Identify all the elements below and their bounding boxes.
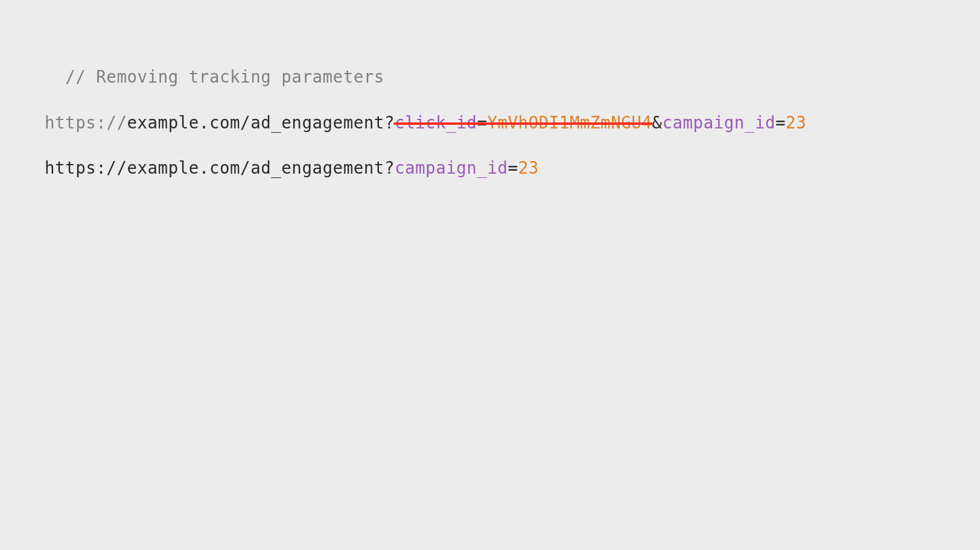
equals-sign: = bbox=[775, 113, 786, 132]
url-line-after: https://example.com/ad_engagement?campai… bbox=[45, 157, 980, 179]
kept-param-name: campaign_id bbox=[395, 158, 508, 177]
comment-line: // Removing tracking parameters bbox=[45, 45, 980, 88]
url-scheme: https:// bbox=[45, 158, 127, 177]
kept-param-value: 23 bbox=[786, 113, 806, 132]
equals-sign: = bbox=[477, 113, 487, 132]
url-host: example.com bbox=[127, 158, 240, 177]
url-scheme: https:// bbox=[45, 113, 127, 132]
url-path: /ad_engagement bbox=[240, 158, 384, 177]
removed-param-name: click_id bbox=[395, 113, 477, 132]
ampersand: & bbox=[652, 113, 662, 132]
url-path: /ad_engagement bbox=[240, 113, 384, 132]
url-host: example.com bbox=[127, 113, 240, 132]
kept-param-name: campaign_id bbox=[662, 113, 775, 132]
equals-sign: = bbox=[508, 158, 518, 177]
removed-param: click_id=YmVhODI1MmZmNGU4 bbox=[395, 112, 652, 134]
query-start: ? bbox=[384, 113, 395, 132]
comment-text: // Removing tracking parameters bbox=[65, 67, 384, 86]
removed-param-value: YmVhODI1MmZmNGU4 bbox=[487, 113, 652, 132]
url-line-before: https://example.com/ad_engagement?click_… bbox=[45, 112, 980, 134]
query-start: ? bbox=[384, 158, 395, 177]
kept-param-value: 23 bbox=[518, 158, 539, 177]
